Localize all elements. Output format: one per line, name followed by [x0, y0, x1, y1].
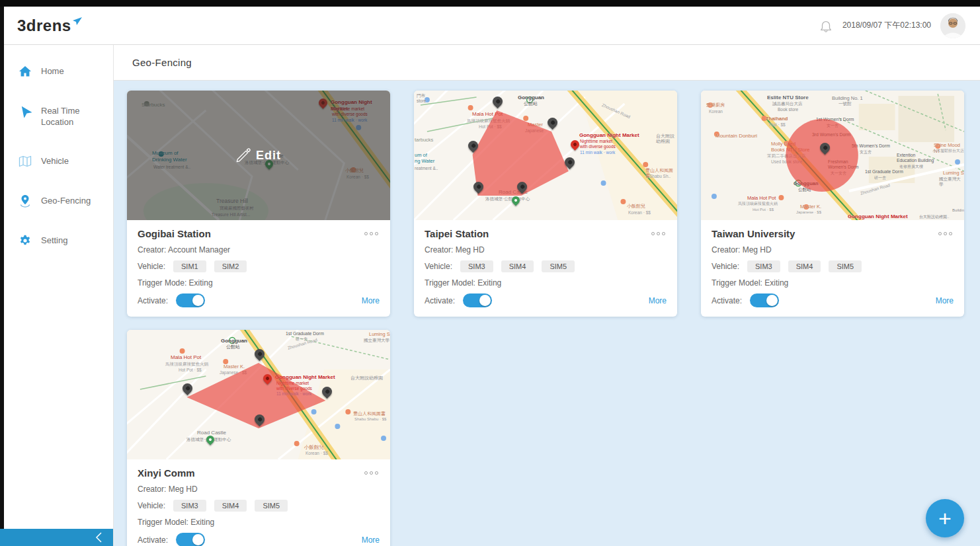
card-trigger-mode: Trigger Model: Exiting [425, 278, 667, 288]
geofence-card: Gongguan公館站1st Graduate Dorm研一舍Luming S國… [127, 330, 390, 546]
geofence-map-thumbnail[interactable]: Gongguan公館站Mala Hot Pot馬辣頂級麻辣鴛鴦火鍋Hot Pot… [414, 91, 677, 220]
card-trigger-mode: Trigger Model: Exiting [712, 278, 954, 288]
header-datetime: 2018/09/07 下午02:13:00 [842, 20, 931, 31]
sidebar-item-home[interactable]: Home [4, 57, 113, 86]
logo-arrow-icon [73, 17, 83, 26]
map-icon [19, 155, 32, 168]
vehicle-label: Vehicle: [138, 262, 165, 271]
activate-toggle[interactable] [176, 533, 205, 546]
vehicle-chip: SIM1 [173, 260, 206, 272]
card-creator: Creator: Meg HD [712, 245, 954, 254]
sidebar-item-label: Geo-Fencing [41, 194, 91, 207]
geofence-shape [414, 91, 677, 220]
vehicle-label: Vehicle: [138, 501, 165, 510]
edit-label: Edit [256, 149, 281, 163]
geofence-card: StarbucksGongguan Night MarketNighttime … [127, 91, 390, 317]
activate-toggle[interactable] [750, 293, 779, 307]
vehicle-label: Vehicle: [712, 262, 739, 271]
home-icon [19, 65, 32, 78]
sidebar-item-setting[interactable]: Setting [4, 226, 113, 255]
app-logo[interactable]: 3drens [17, 17, 83, 35]
more-link[interactable]: More [649, 296, 667, 305]
vehicle-chip: SIM4 [788, 260, 821, 272]
geofence-card: Eslite NTU Store誠品書局台大店Book store愛樂廚房Kor… [701, 91, 964, 317]
more-link[interactable]: More [362, 535, 380, 545]
map-edit-overlay[interactable]: Edit [127, 91, 390, 220]
vehicle-chip: SIM4 [501, 260, 534, 272]
vehicle-chip: SIM3 [460, 260, 493, 272]
notification-bell-icon[interactable] [819, 19, 833, 33]
sidebar-item-label: Home [41, 65, 64, 77]
card-title: Gogibai Station [138, 228, 211, 239]
pencil-icon [236, 148, 251, 163]
sidebar-item-real-time-location[interactable]: Real Time Location [4, 97, 113, 136]
sidebar-collapse-button[interactable] [0, 529, 113, 546]
vehicle-chip: SIM4 [214, 500, 247, 512]
vehicle-label: Vehicle: [425, 262, 452, 271]
page-titlebar: Geo-Fencing [114, 45, 980, 81]
vehicle-chip: SIM3 [173, 500, 206, 512]
content-area: Geo-Fencing [114, 45, 980, 546]
vehicle-chip: SIM3 [747, 260, 780, 272]
activate-toggle[interactable] [463, 293, 492, 307]
toggle-knob [192, 295, 204, 306]
logo-text: 3drens [17, 17, 71, 35]
card-menu-button[interactable] [937, 229, 954, 238]
vehicle-chip: SIM5 [255, 500, 288, 512]
sidebar: Home Real Time Location Vehicle [4, 45, 114, 546]
vehicle-chip: SIM5 [542, 260, 575, 272]
card-title: Xinyi Comm [138, 467, 195, 479]
page-title: Geo-Fencing [132, 57, 192, 68]
card-menu-button[interactable] [363, 469, 380, 477]
header-right: 2018/09/07 下午02:13:00 [819, 13, 965, 38]
app-window: 3drens 2018/09/07 下午02:13:00 [4, 7, 980, 546]
plus-icon: + [938, 507, 952, 529]
toggle-knob [766, 295, 778, 306]
geofence-card: Gongguan公館站Mala Hot Pot馬辣頂級麻辣鴛鴦火鍋Hot Pot… [414, 91, 677, 317]
card-title: Taipei Station [425, 228, 489, 239]
user-avatar[interactable] [940, 13, 965, 38]
sidebar-item-label: Setting [41, 234, 67, 247]
more-link[interactable]: More [362, 296, 380, 305]
chevron-left-icon [95, 531, 102, 543]
more-link[interactable]: More [936, 296, 954, 305]
card-trigger-mode: Trigger Model: Exiting [138, 518, 380, 527]
add-geofence-button[interactable]: + [926, 499, 964, 537]
card-creator: Creator: Meg HD [138, 485, 380, 494]
gear-icon [19, 234, 32, 247]
sidebar-item-label: Vehicle [41, 155, 69, 167]
sidebar-item-vehicle[interactable]: Vehicle [4, 147, 113, 176]
navigation-arrow-icon [19, 104, 32, 118]
card-creator: Creator: Account Manager [138, 245, 380, 254]
geofence-shape [701, 91, 964, 220]
card-menu-button[interactable] [650, 229, 667, 238]
map-pin-icon [19, 194, 32, 208]
card-trigger-mode: Trigger Mode: Exiting [138, 278, 380, 288]
card-title: Taiwan University [712, 228, 795, 239]
activate-label: Activate: [712, 296, 742, 305]
geofence-map-thumbnail[interactable]: Gongguan公館站1st Graduate Dorm研一舍Luming S國… [127, 330, 390, 459]
activate-label: Activate: [425, 296, 455, 305]
sidebar-item-geo-fencing[interactable]: Geo-Fencing [4, 186, 113, 215]
geofence-card-grid: StarbucksGongguan Night MarketNighttime … [114, 81, 980, 546]
geofence-map-thumbnail[interactable]: Eslite NTU Store誠品書局台大店Book store愛樂廚房Kor… [701, 91, 964, 220]
toggle-knob [192, 534, 204, 545]
activate-label: Activate: [138, 535, 168, 545]
vehicle-chip: SIM2 [214, 260, 247, 272]
vehicle-chip: SIM5 [829, 260, 862, 272]
card-creator: Creator: Meg HD [425, 245, 667, 254]
geofence-map-thumbnail[interactable]: StarbucksGongguan Night MarketNighttime … [127, 91, 390, 220]
window-frame-top [0, 0, 980, 7]
activate-label: Activate: [138, 296, 168, 305]
activate-toggle[interactable] [176, 293, 205, 307]
toggle-knob [479, 295, 491, 306]
app-header: 3drens 2018/09/07 下午02:13:00 [4, 7, 980, 45]
card-menu-button[interactable] [363, 229, 380, 238]
sidebar-item-label: Real Time Location [41, 104, 106, 128]
